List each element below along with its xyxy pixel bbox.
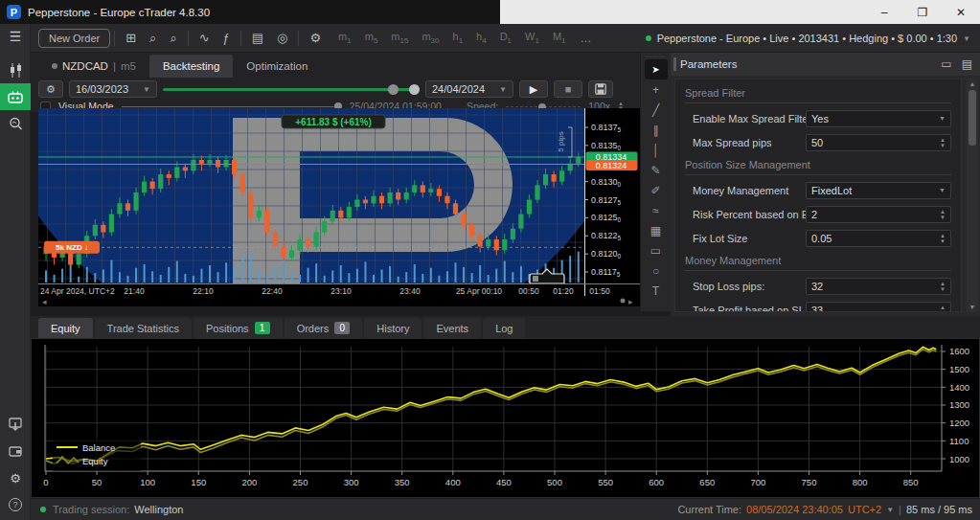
polyline-tool[interactable]: ✐	[645, 180, 668, 200]
ellipse-tool[interactable]: ○	[645, 260, 668, 281]
svg-text:850: 850	[903, 477, 919, 487]
sidebar-item-deposit[interactable]	[0, 411, 31, 438]
timeframe-h4[interactable]: h4	[469, 31, 493, 45]
maximize-button[interactable]: ❐	[903, 0, 942, 24]
timeframe-selector: m1m5m15m30h1h4D1W1M1	[331, 31, 572, 45]
svg-text:700: 700	[750, 477, 765, 487]
chevron-down-icon[interactable]: ▼	[939, 187, 946, 193]
minimize-button[interactable]: –	[865, 0, 903, 24]
stepper-arrows[interactable]: ▲▼	[940, 209, 946, 220]
scroll-up-icon[interactable]: ▲	[969, 80, 976, 87]
pencil-tool[interactable]: ✎	[645, 160, 668, 180]
indicators-icon[interactable]: ƒ	[217, 31, 237, 45]
stepper-arrows[interactable]: ▲▼	[940, 281, 946, 292]
stepper-arrows[interactable]: ▲▼	[940, 233, 946, 244]
brush-tool[interactable]: ≈	[645, 200, 668, 220]
save-results-button[interactable]	[588, 80, 613, 98]
param-section-title: Position Size Management	[685, 159, 951, 175]
start-date-select[interactable]: 16/03/2023 ▼	[69, 80, 157, 98]
timezone-select[interactable]: UTC+2	[848, 504, 881, 515]
svg-text:+611.83 $ (+61%): +611.83 $ (+61%)	[295, 117, 372, 127]
fibonacci-tool[interactable]: ▦	[645, 220, 668, 240]
chart-settings-icon[interactable]: ⚙	[303, 31, 328, 45]
param-stepper-input[interactable]: 0.05▲▼	[806, 230, 951, 247]
more-timeframes-button[interactable]: …	[573, 32, 602, 45]
param-stepper-input[interactable]: 33▲▼	[806, 302, 951, 313]
backtest-settings-button[interactable]: ⚙	[38, 80, 63, 98]
param-dropdown[interactable]: Yes▼	[806, 110, 951, 127]
slider-handle[interactable]	[388, 84, 399, 95]
tab-backtesting[interactable]: Backtesting	[149, 55, 233, 78]
tab-optimization[interactable]: Optimization	[233, 55, 321, 78]
chart-layout-icon[interactable]: ⊞	[119, 31, 143, 45]
crosshair-tool[interactable]: +	[645, 79, 668, 100]
parameters-scrollbar[interactable]: ▲ ▼	[967, 79, 978, 312]
stepper-arrows[interactable]: ▲▼	[940, 137, 946, 148]
timeframe-D1[interactable]: D1	[493, 31, 518, 45]
main-menu-button[interactable]: ☰	[0, 24, 31, 49]
param-stepper-input[interactable]: 2▲▼	[806, 206, 951, 223]
tab-symbol[interactable]: NZDCAD | m5	[38, 55, 149, 78]
close-button[interactable]: ✕	[942, 0, 980, 24]
timeframe-W1[interactable]: W1	[518, 31, 546, 45]
tab-positions[interactable]: Positions1	[194, 318, 283, 338]
tab-log[interactable]: Log	[483, 318, 525, 338]
tab-events[interactable]: Events	[423, 318, 481, 338]
session-value: Wellington	[134, 504, 183, 515]
timeframe-m5[interactable]: m5	[358, 31, 385, 45]
tab-history[interactable]: History	[364, 318, 422, 338]
save-parameters-icon[interactable]: ▤	[962, 57, 972, 71]
timeframe-h1[interactable]: h1	[446, 31, 470, 45]
chart-type-icon[interactable]: ∿	[193, 31, 217, 45]
tab-trade-statistics[interactable]: Trade Statistics	[95, 318, 192, 338]
param-stepper-input[interactable]: 32▲▼	[806, 278, 951, 295]
sidebar-item-analyze[interactable]	[0, 110, 31, 137]
sidebar-item-settings[interactable]: ⚙	[0, 464, 31, 491]
account-selector[interactable]: Pepperstone - Europe • Live • 2013431 • …	[646, 24, 970, 53]
slider-handle-end[interactable]	[409, 84, 420, 95]
timeframe-m15[interactable]: m15	[384, 31, 415, 45]
svg-text:00:50: 00:50	[518, 286, 539, 296]
sidebar-item-trade[interactable]	[0, 57, 31, 83]
stop-icon: ■	[565, 83, 572, 95]
trend-line-tool[interactable]: ╱	[645, 100, 668, 120]
tab-orders[interactable]: Orders0	[285, 318, 363, 338]
svg-text:◂: ◂	[42, 297, 47, 306]
svg-text:0.81375: 0.81375	[591, 123, 622, 133]
timeframe-M1[interactable]: M1	[546, 31, 573, 45]
backtest-progress-slider[interactable]	[163, 80, 420, 98]
equity-chart[interactable]: 0501001502002503003504004505005506006507…	[31, 338, 980, 498]
scroll-down-icon[interactable]: ▼	[969, 304, 976, 310]
stop-button[interactable]: ■	[554, 80, 582, 98]
eye-icon[interactable]: ◎	[270, 31, 294, 45]
price-chart[interactable]: 5k NZD ↓+611.83 $ (+61%)5 pips0.813750.8…	[38, 108, 640, 306]
zoom-out-icon[interactable]: ⌕	[143, 31, 163, 46]
tab-equity[interactable]: Equity	[38, 318, 93, 338]
timeframe-m1[interactable]: m1	[331, 31, 358, 45]
stepper-arrows[interactable]: ▲▼	[940, 305, 946, 313]
timeframe-m30[interactable]: m30	[415, 31, 445, 45]
cursor-tool[interactable]: ➤	[645, 59, 668, 79]
svg-text:0.81350: 0.81350	[591, 141, 622, 151]
end-date-select[interactable]: 24/04/2024 ▼	[425, 80, 513, 98]
zoom-in-icon[interactable]: ⌕	[163, 31, 183, 46]
param-dropdown[interactable]: FixedLot▼	[806, 182, 951, 199]
chevron-down-icon[interactable]: ▼	[939, 115, 946, 122]
sidebar-item-automate[interactable]	[0, 83, 31, 110]
play-button[interactable]: ▶	[519, 80, 548, 98]
text-tool[interactable]: T	[645, 281, 668, 301]
svg-text:1000: 1000	[949, 454, 969, 464]
rectangle-tool[interactable]: ▭	[645, 240, 668, 260]
sidebar-item-help[interactable]: ?	[0, 491, 31, 518]
objects-icon[interactable]: ▤	[245, 31, 270, 45]
panel-grip	[673, 57, 676, 71]
sidebar-item-wallet[interactable]	[0, 438, 31, 464]
vertical-line-tool[interactable]: │	[645, 140, 668, 160]
svg-text:1300: 1300	[949, 399, 969, 410]
new-order-button[interactable]: New Order	[38, 29, 110, 48]
param-stepper-input[interactable]: 50▲▼	[806, 134, 951, 151]
equidistant-channel-tool[interactable]: ∥	[645, 120, 668, 140]
show-on-chart-icon[interactable]: ▭	[941, 57, 951, 71]
svg-text:400: 400	[445, 477, 461, 487]
scrollbar-thumb[interactable]	[969, 90, 976, 146]
